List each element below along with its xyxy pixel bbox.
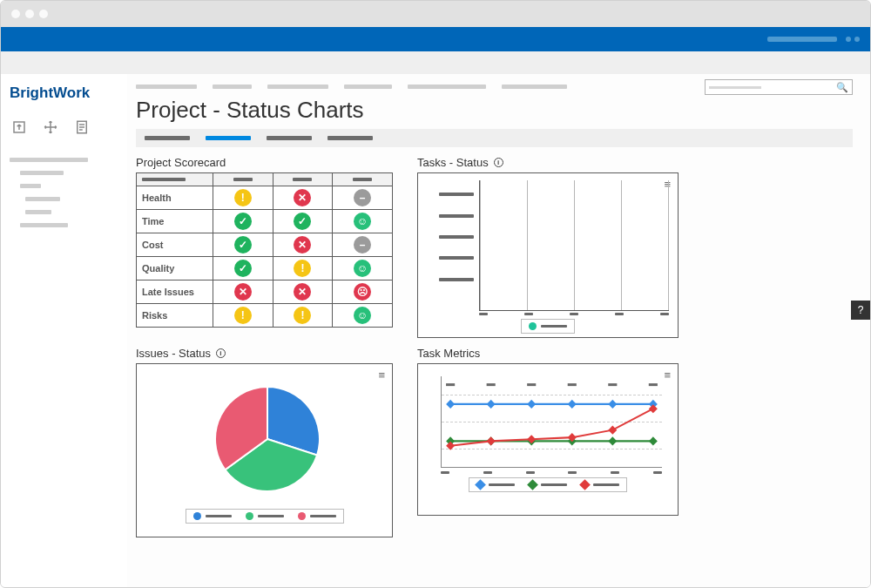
ribbon <box>1 51 870 74</box>
data-point <box>608 400 617 409</box>
tab-item[interactable] <box>206 136 251 140</box>
status-check-icon: ✓ <box>294 213 311 230</box>
nav-item[interactable] <box>20 171 64 175</box>
status-check-icon: ✓ <box>234 213 252 230</box>
main-content: 🔍 Project - Status Charts Project Scorec… <box>127 74 870 587</box>
task-metrics-chart: ≡ <box>417 363 679 516</box>
status-check-icon: ✓ <box>234 260 252 277</box>
status-check-icon: ✓ <box>234 236 252 253</box>
suite-bar-dot[interactable] <box>846 37 851 42</box>
issues-title: Issues - Status <box>136 347 211 360</box>
chart-menu-icon[interactable]: ≡ <box>664 369 671 381</box>
status-error-icon: ✕ <box>294 283 311 301</box>
scorecard-title: Project Scorecard <box>136 156 226 169</box>
nav-item[interactable] <box>20 184 41 188</box>
status-error-icon: ✕ <box>294 236 311 253</box>
scorecard-table: Health!✕–Time✓✓☺Cost✓✕–Quality✓!☺Late Is… <box>136 172 393 328</box>
data-point <box>446 400 455 409</box>
nav-item[interactable] <box>10 158 88 162</box>
nav-item[interactable] <box>20 223 68 227</box>
issues-status-section: Issues - Statusi ≡ <box>136 347 393 537</box>
suite-bar-link[interactable] <box>767 37 837 42</box>
data-point <box>608 426 617 435</box>
tab-strip <box>136 129 853 147</box>
tab-item[interactable] <box>267 136 312 140</box>
table-row: Risks!!☺ <box>137 304 393 328</box>
brand-logo: BrightWork <box>10 84 118 102</box>
data-point <box>527 400 536 409</box>
window-control-dot[interactable] <box>25 10 34 18</box>
task-metrics-section: Task Metrics ≡ <box>417 347 679 537</box>
metric-label: Late Issues <box>137 280 213 304</box>
document-icon[interactable] <box>74 119 90 135</box>
metric-label: Health <box>137 186 213 210</box>
status-happy-icon: ☺ <box>354 307 371 324</box>
data-point <box>649 404 658 413</box>
help-tab[interactable]: ? <box>851 301 870 320</box>
svg-rect-6 <box>608 383 617 386</box>
svg-rect-5 <box>568 383 577 386</box>
suite-bar <box>1 27 870 51</box>
data-point <box>608 436 617 445</box>
window-control-dot[interactable] <box>11 10 20 18</box>
metric-label: Time <box>137 210 213 233</box>
svg-rect-3 <box>487 383 496 386</box>
svg-rect-2 <box>446 383 455 386</box>
status-sad-icon: ☹ <box>354 283 371 301</box>
status-info-icon: ! <box>234 189 252 206</box>
issues-status-chart: ≡ <box>136 363 393 537</box>
status-happy-icon: ☺ <box>354 213 371 230</box>
metrics-title: Task Metrics <box>417 347 480 360</box>
svg-rect-4 <box>527 383 536 386</box>
data-point <box>487 400 496 409</box>
metric-label: Cost <box>137 233 213 257</box>
status-happy-icon: ☺ <box>354 260 371 277</box>
nav-item[interactable] <box>25 210 51 214</box>
metric-label: Risks <box>137 304 213 328</box>
tasks-status-chart: ≡ <box>417 172 679 338</box>
data-point <box>568 400 577 409</box>
move-icon[interactable] <box>43 119 58 135</box>
line-series <box>450 409 653 446</box>
data-point <box>649 436 658 445</box>
search-input[interactable]: 🔍 <box>705 79 853 95</box>
svg-rect-7 <box>649 383 658 386</box>
table-row: Time✓✓☺ <box>137 210 393 233</box>
status-error-icon: ✕ <box>234 283 252 301</box>
window-control-dot[interactable] <box>39 10 48 18</box>
status-info-icon: ! <box>294 307 311 324</box>
table-row: Late Issues✕✕☹ <box>137 280 393 304</box>
tab-item[interactable] <box>145 136 190 140</box>
tasks-status-section: Tasks - Statusi ≡ <box>417 156 679 338</box>
page-title: Project - Status Charts <box>136 97 853 124</box>
metric-label: Quality <box>137 257 213 280</box>
left-nav: BrightWork <box>1 74 127 587</box>
scorecard-section: Project Scorecard Health!✕–Time✓✓☺Cost✓✕… <box>136 156 393 338</box>
nav-item[interactable] <box>25 197 60 201</box>
info-icon[interactable]: i <box>494 158 503 167</box>
status-info-icon: ! <box>234 307 252 324</box>
tasks-title: Tasks - Status <box>417 156 489 169</box>
tab-item[interactable] <box>327 136 373 140</box>
table-row: Quality✓!☺ <box>137 257 393 280</box>
upload-icon[interactable] <box>11 119 27 135</box>
browser-window: ? BrightWork <box>0 0 871 588</box>
suite-bar-dot[interactable] <box>854 37 860 42</box>
status-neutral-icon: – <box>354 236 371 253</box>
data-point <box>487 436 496 445</box>
window-titlebar <box>1 1 870 27</box>
breadcrumb <box>136 84 567 89</box>
data-point <box>446 442 455 450</box>
table-row: Cost✓✕– <box>137 233 393 257</box>
table-row: Health!✕– <box>137 186 393 210</box>
status-error-icon: ✕ <box>294 189 311 206</box>
info-icon[interactable]: i <box>216 348 226 358</box>
search-icon: 🔍 <box>836 82 848 93</box>
status-info-icon: ! <box>294 260 311 277</box>
chart-menu-icon[interactable]: ≡ <box>378 369 385 381</box>
status-neutral-icon: – <box>354 189 371 206</box>
